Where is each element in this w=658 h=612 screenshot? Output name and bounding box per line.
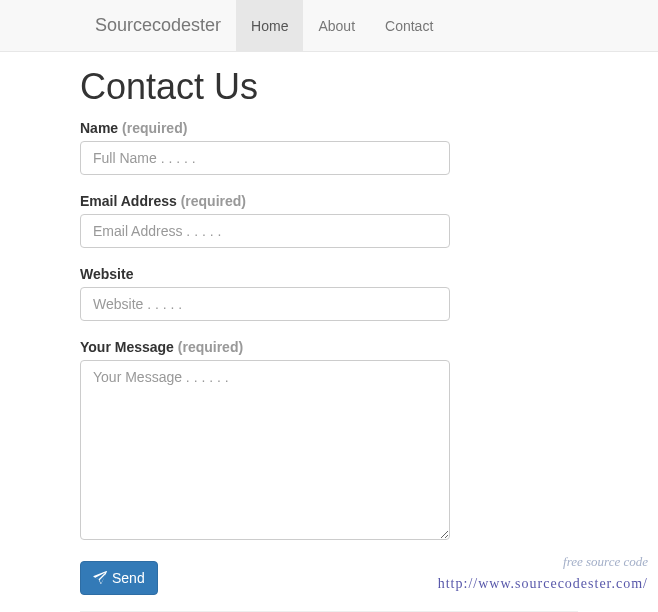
nav-item-home[interactable]: Home [236,0,303,51]
page-title: Contact Us [80,66,578,108]
main-container: Contact Us Name (required) Email Address… [0,52,658,612]
form-group-message: Your Message (required) [80,339,578,543]
send-button[interactable]: Send [80,561,158,595]
nav-menu: Home About Contact [236,0,448,51]
message-label: Your Message (required) [80,339,578,355]
contact-form: Name (required) Email Address (required)… [80,120,578,612]
name-input[interactable] [80,141,450,175]
nav-item-contact[interactable]: Contact [370,0,448,51]
email-label-text: Email Address [80,193,177,209]
message-required-hint: (required) [178,339,243,355]
name-label: Name (required) [80,120,578,136]
nav-item-about[interactable]: About [303,0,370,51]
email-input[interactable] [80,214,450,248]
form-group-website: Website [80,266,578,321]
send-button-label: Send [112,568,145,588]
email-label: Email Address (required) [80,193,578,209]
website-label-text: Website [80,266,133,282]
nav-link-about[interactable]: About [303,0,370,51]
navbar: Sourcecodester Home About Contact [0,0,658,52]
message-textarea[interactable] [80,360,450,540]
website-input[interactable] [80,287,450,321]
paper-plane-icon [93,571,107,585]
form-group-email: Email Address (required) [80,193,578,248]
form-group-name: Name (required) [80,120,578,175]
website-label: Website [80,266,578,282]
message-label-text: Your Message [80,339,174,355]
email-required-hint: (required) [181,193,246,209]
nav-link-contact[interactable]: Contact [370,0,448,51]
nav-link-home[interactable]: Home [236,0,303,51]
name-label-text: Name [80,120,118,136]
navbar-brand[interactable]: Sourcecodester [80,0,236,51]
name-required-hint: (required) [122,120,187,136]
